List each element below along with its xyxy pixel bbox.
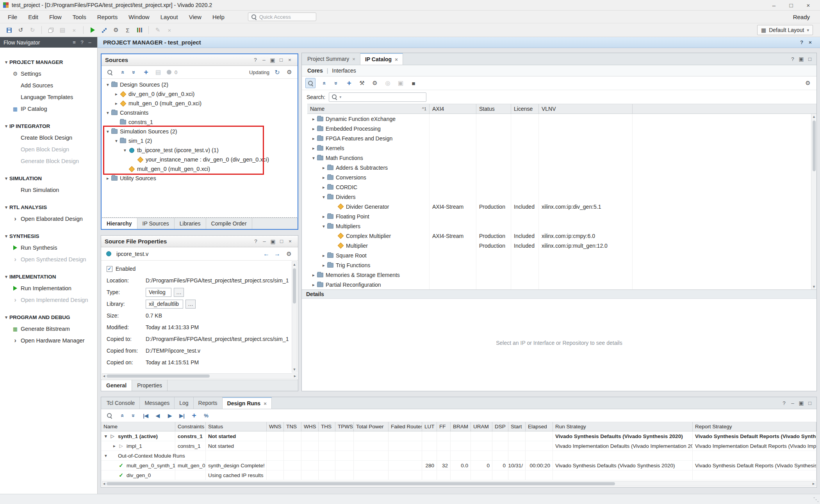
scroll-down-icon[interactable]: ▼ bbox=[293, 367, 296, 372]
scroll-up-icon[interactable]: ▲ bbox=[812, 114, 816, 119]
menu-item[interactable]: Flow bbox=[44, 11, 67, 23]
menu-item[interactable]: Help bbox=[207, 11, 230, 23]
forward-icon[interactable]: → bbox=[273, 250, 282, 257]
flow-navigator-row[interactable]: Open Elaborated Design bbox=[0, 213, 97, 225]
flow-navigator-row[interactable]: Settings bbox=[0, 68, 97, 80]
vertical-scrollbar[interactable]: ▲ ▼ bbox=[811, 114, 816, 289]
column-header[interactable]: Status bbox=[206, 422, 267, 431]
bottom-tab[interactable]: Design Runs × bbox=[223, 397, 272, 409]
flow-navigator-row[interactable]: ▾ IP INTEGRATOR bbox=[0, 120, 97, 132]
help-icon[interactable]: ? bbox=[797, 39, 806, 45]
tab-interfaces[interactable]: Interfaces bbox=[332, 67, 356, 74]
column-header[interactable]: BRAM bbox=[451, 422, 471, 431]
ip-catalog-row[interactable]: ▸ Embedded Processing bbox=[307, 124, 816, 133]
design-run-row[interactable]: ▾ synth_1 (active) constrs_1 Not started bbox=[101, 431, 816, 441]
column-header[interactable]: WNS bbox=[267, 422, 284, 431]
source-tree-item[interactable]: ▾ Constraints bbox=[102, 108, 298, 117]
source-tree-item[interactable]: your_instance_name : div_gen_0 (div_gen_… bbox=[102, 155, 298, 164]
column-header[interactable]: LUT bbox=[422, 422, 437, 431]
expander-icon[interactable]: ▸ bbox=[310, 126, 317, 131]
column-header[interactable]: Constraints bbox=[175, 422, 206, 431]
copy-button[interactable] bbox=[46, 25, 56, 35]
maximize-icon[interactable]: □ bbox=[806, 56, 814, 62]
close-icon[interactable]: × bbox=[285, 57, 294, 63]
flow-navigator-row[interactable]: ▾ PROJECT MANAGER bbox=[0, 56, 97, 68]
bottom-tab[interactable]: Tcl Console bbox=[102, 397, 140, 409]
ip-catalog-row[interactable]: ▸ Trig Functions bbox=[307, 260, 816, 270]
minimize-icon[interactable]: – bbox=[86, 39, 94, 45]
quick-access-search[interactable]: Quick Access bbox=[248, 12, 316, 21]
browse-button[interactable]: … bbox=[185, 300, 196, 309]
property-value[interactable]: Today at 14:15:51 PM bbox=[146, 359, 199, 366]
column-header[interactable]: Elapsed bbox=[526, 422, 553, 431]
menu-item[interactable]: Reports bbox=[92, 11, 123, 23]
step-button[interactable] bbox=[99, 25, 109, 35]
vertical-scrollbar[interactable]: ▲ ▼ bbox=[292, 261, 297, 373]
source-tree-item[interactable]: ▸ div_gen_0 (div_gen_0.xci) bbox=[102, 89, 298, 99]
property-value[interactable]: Verilog bbox=[146, 288, 171, 297]
add-sources-button[interactable]: + bbox=[141, 67, 151, 77]
column-header[interactable]: DSP bbox=[492, 422, 508, 431]
column-header[interactable]: URAM bbox=[471, 422, 492, 431]
close-tab-icon[interactable]: × bbox=[264, 401, 267, 406]
column-header[interactable]: TNS bbox=[284, 422, 301, 431]
expander-icon[interactable]: ▸ bbox=[321, 165, 327, 170]
expand-all-icon[interactable]: » bbox=[331, 78, 341, 88]
window-maximize-button[interactable]: □ bbox=[783, 2, 800, 9]
ip-catalog-row[interactable]: ▸ FPGA Features and Design bbox=[307, 133, 816, 143]
add-ip-button[interactable]: + bbox=[344, 78, 354, 88]
tab-cores[interactable]: Cores bbox=[307, 67, 323, 74]
expander-icon[interactable]: ▸ bbox=[310, 136, 317, 141]
design-run-row[interactable]: ▸ impl_1 constrs_1 Not started bbox=[101, 441, 816, 451]
menu-item[interactable]: Layout bbox=[155, 11, 184, 23]
minimize-icon[interactable]: – bbox=[788, 400, 797, 406]
target-icon[interactable]: ◎ bbox=[383, 78, 393, 88]
bottom-tab[interactable]: Messages bbox=[140, 397, 175, 409]
close-tab-icon[interactable]: × bbox=[395, 57, 398, 62]
source-tree-item[interactable]: ▸ Utility Sources bbox=[102, 174, 298, 183]
scrollbar-thumb[interactable] bbox=[293, 268, 296, 303]
scrollbar-thumb[interactable] bbox=[107, 482, 615, 485]
column-header[interactable]: FF bbox=[437, 422, 451, 431]
scroll-down-icon[interactable]: ▼ bbox=[812, 284, 816, 289]
browse-button[interactable]: … bbox=[174, 288, 184, 297]
stop-icon[interactable]: ■ bbox=[408, 78, 419, 88]
go-to-start-icon[interactable]: |◀ bbox=[141, 410, 151, 421]
resize-grip[interactable] bbox=[813, 497, 818, 502]
flow-navigator-row[interactable]: ▾ SIMULATION bbox=[0, 172, 97, 184]
ip-catalog-row[interactable]: ▸ Partial Reconfiguration bbox=[307, 280, 816, 289]
column-header[interactable]: Run Strategy bbox=[553, 422, 693, 431]
column-header[interactable]: License bbox=[511, 104, 539, 114]
view-tab[interactable]: General bbox=[101, 380, 132, 391]
expand-all-icon[interactable]: » bbox=[129, 67, 139, 77]
expander-icon[interactable]: ▾ bbox=[105, 129, 111, 134]
ip-catalog-row[interactable]: ▸ Dynamic Function eXchange bbox=[307, 114, 816, 124]
expander-icon[interactable]: ▸ bbox=[105, 176, 111, 181]
save-button[interactable] bbox=[4, 25, 14, 35]
view-tab[interactable]: Hierarchy bbox=[102, 218, 137, 229]
ip-catalog-row[interactable]: ▸ Conversions bbox=[307, 172, 816, 182]
bottom-tab[interactable]: Log bbox=[175, 397, 193, 409]
expander-icon[interactable]: ▸ bbox=[310, 272, 317, 278]
refresh-icon[interactable]: ↻ bbox=[272, 67, 282, 77]
view-tab[interactable]: IP Sources bbox=[137, 218, 175, 229]
column-header[interactable]: AXI4 bbox=[430, 104, 476, 114]
column-header[interactable]: TPWS bbox=[335, 422, 354, 431]
column-header[interactable]: Failed Routes bbox=[389, 422, 422, 431]
column-header[interactable]: Start bbox=[508, 422, 526, 431]
run-icon[interactable]: ▶ bbox=[165, 410, 175, 421]
flow-navigator-row[interactable]: ▾ RTL ANALYSIS bbox=[0, 201, 97, 213]
flow-navigator-row[interactable]: Open Synthesized Design bbox=[0, 254, 97, 265]
flow-navigator-row[interactable]: Generate Bitstream bbox=[0, 323, 97, 335]
expander-icon[interactable]: ▾ bbox=[103, 433, 109, 439]
expander-icon[interactable]: ▾ bbox=[321, 194, 327, 200]
create-run-button[interactable]: + bbox=[189, 410, 199, 421]
scroll-up-icon[interactable]: ▲ bbox=[293, 262, 296, 267]
menu-item[interactable]: Edit bbox=[23, 11, 44, 23]
float-icon[interactable]: ▣ bbox=[797, 56, 806, 62]
flow-navigator-row[interactable]: Open Hardware Manager bbox=[0, 335, 97, 346]
flow-navigator-row[interactable]: IP Catalog bbox=[0, 103, 97, 115]
help-icon[interactable]: ? bbox=[78, 39, 86, 45]
column-header[interactable]: Name bbox=[101, 422, 175, 431]
column-header[interactable]: Total Power bbox=[354, 422, 389, 431]
